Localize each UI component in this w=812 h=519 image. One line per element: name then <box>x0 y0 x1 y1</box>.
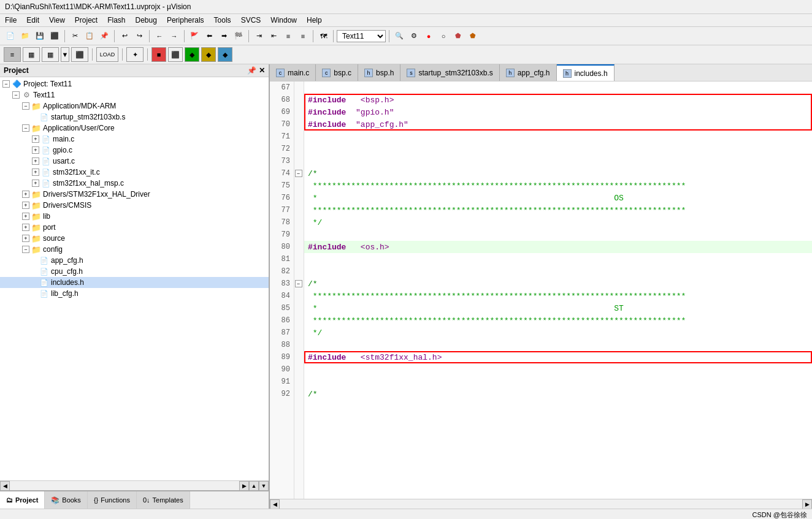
collapse-comment2[interactable]: − <box>295 280 302 287</box>
tb2-2[interactable]: ▦ <box>23 47 40 62</box>
tree-source[interactable]: + 📁 source <box>0 233 269 244</box>
tree-text11[interactable]: − ⚙ Text11 <box>0 89 269 100</box>
tab-bsp-h[interactable]: h bsp.h <box>358 64 400 81</box>
tree-lib[interactable]: + 📁 lib <box>0 211 269 222</box>
tree-msp-c[interactable]: + 📄 stm32f1xx_hal_msp.c <box>0 178 269 189</box>
paste-btn[interactable]: 📌 <box>98 29 111 43</box>
expand-it[interactable]: + <box>32 169 39 176</box>
tb2-copy-red[interactable]: ⬛ <box>168 47 183 62</box>
tree-cmsis[interactable]: + 📁 Drivers/CMSIS <box>0 200 269 211</box>
hscroll-right[interactable]: ▶ <box>802 499 812 509</box>
tb2-diamond2[interactable]: ◆ <box>201 47 216 62</box>
tree-cpu-cfg[interactable]: 📄 cpu_cfg.h <box>0 266 269 277</box>
tab-app-cfg[interactable]: h app_cfg.h <box>500 64 557 81</box>
tab-startup[interactable]: s startup_stm32f103xb.s <box>400 64 499 81</box>
save-all-btn[interactable]: ⬛ <box>48 29 61 43</box>
tree-user-core[interactable]: − 📁 Application/User/Core <box>0 123 269 134</box>
tab-books[interactable]: 📚 Books <box>45 491 88 509</box>
tb2-diamond3[interactable]: ◆ <box>218 47 232 62</box>
comment-btn[interactable]: ≡ <box>282 29 295 43</box>
save-btn[interactable]: 💾 <box>33 29 47 43</box>
scroll-right[interactable]: ▶ <box>239 481 249 491</box>
expand-gpio[interactable]: + <box>32 146 39 154</box>
tree-includes[interactable]: 📄 includes.h <box>0 277 269 288</box>
menu-debug[interactable]: Debug <box>136 16 157 25</box>
tb2-diamond[interactable]: ◆ <box>185 47 199 62</box>
new-file-btn[interactable]: 📄 <box>4 29 17 43</box>
expand-root[interactable]: − <box>2 80 10 88</box>
menu-file[interactable]: File <box>5 16 17 25</box>
tree-root[interactable]: − 🔷 Project: Text11 <box>0 78 269 89</box>
uncomment-btn[interactable]: ≡ <box>296 29 310 43</box>
cut-btn[interactable]: ✂ <box>68 29 82 43</box>
expand-mdk-arm[interactable]: − <box>22 102 29 110</box>
expand-hal[interactable]: + <box>22 191 29 198</box>
tree-hal-driver[interactable]: + 📁 Drivers/STM32F1xx_HAL_Driver <box>0 189 269 200</box>
scroll-left[interactable]: ◀ <box>0 481 10 491</box>
build-btn[interactable]: ● <box>422 29 435 43</box>
pin-icon[interactable]: 📌 <box>247 66 256 75</box>
tab-functions[interactable]: {} Functions <box>88 491 137 509</box>
scroll-up[interactable]: ▲ <box>249 481 259 491</box>
tb2-red[interactable]: ■ <box>151 47 166 62</box>
stop-btn[interactable]: ○ <box>437 29 450 43</box>
debug-btn[interactable]: ⬟ <box>466 29 480 43</box>
tree-usart-c[interactable]: + 📄 usart.c <box>0 156 269 167</box>
expand-usart[interactable]: + <box>32 157 39 165</box>
clear-bookmark-btn[interactable]: 🏁 <box>232 29 245 43</box>
menu-project[interactable]: Project <box>75 16 98 25</box>
expand-port[interactable]: + <box>22 224 29 231</box>
tree-it-c[interactable]: + 📄 stm32f1xx_it.c <box>0 167 269 178</box>
tab-bsp-c[interactable]: c bsp.c <box>316 64 358 81</box>
tb2-4[interactable]: ▼ <box>61 47 69 62</box>
scroll-down[interactable]: ▼ <box>259 481 269 491</box>
indent-btn[interactable]: ⇥ <box>252 29 266 43</box>
menu-svcs[interactable]: SVCS <box>241 16 261 25</box>
close-icon[interactable]: ✕ <box>259 66 265 75</box>
target-select[interactable]: Text11 <box>337 30 386 42</box>
tree-config[interactable]: − 📁 config <box>0 244 269 255</box>
menu-window[interactable]: Window <box>270 16 297 25</box>
tb2-3[interactable]: ▦ <box>42 47 59 62</box>
tb2-wand[interactable]: ✦ <box>126 47 144 62</box>
expand-main[interactable]: + <box>32 135 39 143</box>
hscroll-left[interactable]: ◀ <box>270 499 280 509</box>
map-btn[interactable]: 🗺 <box>316 29 330 43</box>
tree-gpio-c[interactable]: + 📄 gpio.c <box>0 145 269 156</box>
nav-fwd-btn[interactable]: → <box>167 29 181 43</box>
expand-user-core[interactable]: − <box>22 124 29 132</box>
bookmark-btn[interactable]: 🚩 <box>188 29 201 43</box>
run-btn[interactable]: ⬟ <box>451 29 465 43</box>
nav-back-btn[interactable]: ← <box>153 29 166 43</box>
prev-bookmark-btn[interactable]: ⬅ <box>202 29 216 43</box>
tab-includes-h[interactable]: h includes.h <box>557 64 615 81</box>
menu-view[interactable]: View <box>49 16 65 25</box>
tree-app-cfg[interactable]: 📄 app_cfg.h <box>0 255 269 266</box>
tab-project[interactable]: 🗂 Project <box>0 491 45 509</box>
expand-msp[interactable]: + <box>32 180 39 187</box>
tree-mdk-arm[interactable]: − 📁 Application/MDK-ARM <box>0 100 269 112</box>
search-btn[interactable]: 🔍 <box>393 29 406 43</box>
tree-startup[interactable]: 📄 startup_stm32f103xb.s <box>0 112 269 123</box>
code-lines-container[interactable]: #include <bsp.h> #include "gpio.h" #incl… <box>304 81 812 499</box>
tree-lib-cfg[interactable]: 📄 lib_cfg.h <box>0 288 269 299</box>
hscroll-track[interactable] <box>280 499 802 509</box>
tab-main-c[interactable]: c main.c <box>270 64 316 81</box>
menu-help[interactable]: Help <box>307 16 322 25</box>
tb2-1[interactable]: ≡ <box>4 47 21 62</box>
open-btn[interactable]: 📁 <box>18 29 32 43</box>
menu-flash[interactable]: Flash <box>107 16 125 25</box>
expand-config[interactable]: − <box>22 246 29 253</box>
menu-peripherals[interactable]: Peripherals <box>167 16 204 25</box>
expand-cmsis[interactable]: + <box>22 202 29 209</box>
menu-edit[interactable]: Edit <box>26 16 39 25</box>
expand-lib[interactable]: + <box>22 213 29 220</box>
collapse-comment1[interactable]: − <box>295 170 302 177</box>
redo-btn[interactable]: ↪ <box>132 29 146 43</box>
tab-templates[interactable]: 0↓ Templates <box>137 491 190 509</box>
tree-port[interactable]: + 📁 port <box>0 222 269 233</box>
tb2-load[interactable]: LOAD <box>96 47 118 62</box>
gear-btn[interactable]: ⚙ <box>407 29 421 43</box>
undo-btn[interactable]: ↩ <box>118 29 131 43</box>
copy-btn[interactable]: 📋 <box>83 29 96 43</box>
